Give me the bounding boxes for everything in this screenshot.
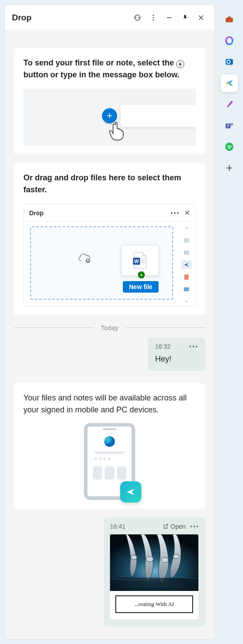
close-button[interactable]: [193, 10, 209, 26]
rail-microsoft365-icon[interactable]: [220, 32, 238, 50]
illustration-drag-drop: Drop ••• ✕ W +: [23, 204, 196, 306]
illus-close-icon: ✕: [184, 209, 190, 217]
svg-point-9: [153, 17, 154, 18]
pointer-hand-icon: [107, 121, 127, 141]
attachment-time: 16:41: [110, 523, 163, 530]
svg-rect-1: [228, 17, 231, 19]
illus-new-file-label: New file: [123, 281, 159, 293]
open-external-icon: [163, 523, 169, 530]
svg-rect-0: [226, 18, 233, 22]
svg-rect-12: [184, 251, 189, 255]
minimize-button[interactable]: [161, 10, 177, 26]
onboarding-text-3: Your files and notes will be available a…: [23, 392, 196, 416]
onboarding-card-devices: Your files and notes will be available a…: [14, 383, 205, 509]
illus-rail-folder-icon: [181, 248, 192, 257]
illus-more-icon: •••: [171, 210, 180, 217]
rail-spotify-icon[interactable]: [220, 138, 238, 156]
svg-rect-18: [141, 259, 145, 259]
svg-rect-13: [184, 274, 189, 280]
rail-teams-icon[interactable]: T: [220, 117, 238, 134]
attachment-more-button[interactable]: •••: [190, 523, 199, 530]
onboarding-text-1: To send your first file or note, select …: [23, 57, 196, 81]
illus-input-box: [121, 105, 196, 127]
intro1-part-a: To send your first file or note, select …: [23, 58, 174, 67]
drop-panel: Drop To send your first file or note, se…: [4, 4, 215, 640]
plus-inline-icon: +: [176, 60, 184, 68]
more-options-button[interactable]: [145, 10, 161, 26]
illus-rail-plus-icon: [181, 224, 192, 232]
edge-logo-icon: [103, 435, 116, 448]
panel-content: To send your first file or note, select …: [5, 30, 214, 639]
rail-drop-icon[interactable]: [220, 74, 238, 92]
svg-rect-11: [184, 238, 189, 243]
edge-sidebar-rail: T: [216, 0, 243, 644]
drop-app-badge-icon: [120, 481, 141, 503]
illustration-devices: [23, 423, 196, 500]
message-time: 16:32: [155, 343, 171, 350]
illus-rail-mail-icon: [181, 285, 192, 294]
svg-text:T: T: [227, 124, 229, 128]
illus-panel-title: Drop: [29, 210, 171, 217]
attachment-open-label: Open: [171, 523, 186, 530]
onboarding-card-send: To send your first file or note, select …: [14, 48, 205, 154]
onboarding-text-2: Or drag and drop files here to select th…: [23, 172, 196, 196]
rail-add-icon[interactable]: [220, 159, 238, 177]
rail-briefcase-icon[interactable]: [220, 11, 238, 28]
sync-button[interactable]: [129, 10, 145, 26]
date-divider-label: Today: [94, 324, 125, 332]
pin-button[interactable]: [177, 10, 193, 26]
rail-outlook-icon[interactable]: [220, 53, 238, 71]
message-row: 16:32 ••• Hey!: [14, 338, 205, 371]
message-bubble[interactable]: 16:32 ••• Hey!: [148, 338, 205, 371]
svg-point-21: [104, 436, 115, 447]
illus-rail-send-icon: [181, 260, 192, 269]
svg-rect-19: [141, 260, 145, 261]
illus-rail-box-icon: [181, 236, 192, 245]
attachment-row: 16:41 Open •••: [14, 518, 205, 626]
attachment-bubble[interactable]: 16:41 Open •••: [104, 518, 205, 626]
message-text: Hey!: [155, 354, 198, 364]
attachment-image: [110, 534, 198, 591]
attachment-caption: Creating With AI: [115, 595, 193, 613]
svg-text:W: W: [134, 259, 139, 264]
message-more-button[interactable]: •••: [189, 343, 198, 350]
date-divider: Today: [14, 324, 205, 332]
svg-point-25: [161, 557, 168, 563]
attachment-thumbnail[interactable]: Creating With AI: [110, 534, 198, 619]
rail-designer-icon[interactable]: [220, 95, 238, 113]
svg-rect-20: [141, 262, 145, 263]
illus-mini-rail: [178, 222, 195, 306]
attachment-open-button[interactable]: Open: [163, 523, 186, 530]
illus-rail-office-icon: [181, 273, 192, 282]
svg-point-8: [153, 15, 154, 16]
svg-point-23: [131, 555, 137, 560]
panel-header: Drop: [5, 5, 214, 30]
word-file-icon: W: [132, 252, 148, 269]
illus-rail-add-icon: [181, 297, 192, 306]
illustration-compose: +: [23, 89, 196, 145]
panel-title: Drop: [12, 13, 129, 23]
svg-rect-14: [184, 287, 189, 291]
illus-panel-header: Drop ••• ✕: [24, 204, 195, 222]
onboarding-card-drag: Or drag and drop files here to select th…: [14, 163, 205, 315]
svg-point-26: [173, 554, 179, 559]
cloud-upload-icon: [77, 251, 93, 264]
svg-point-6: [231, 123, 233, 126]
svg-point-24: [146, 556, 153, 562]
svg-point-10: [153, 19, 154, 20]
intro1-part-b: button or type in the message box below.: [23, 70, 179, 79]
illus-file-add-badge-icon: +: [137, 271, 146, 279]
